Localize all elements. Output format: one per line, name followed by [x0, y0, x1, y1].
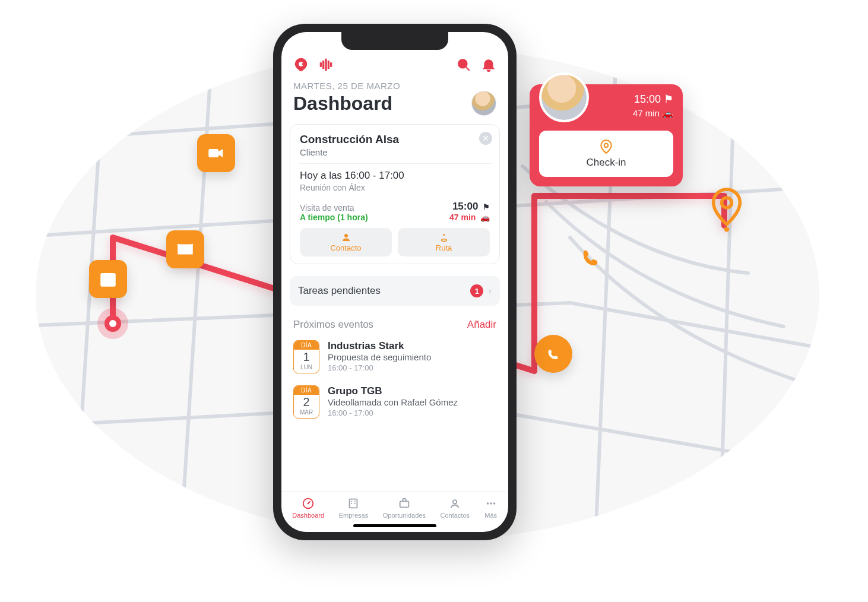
tab-companies[interactable]: Empresas: [339, 497, 369, 519]
chevron-right-icon: ›: [488, 285, 492, 297]
phone-notch: [341, 32, 448, 50]
svg-point-34: [493, 502, 495, 505]
tab-label: Oportunidades: [383, 512, 426, 519]
svg-rect-13: [320, 63, 321, 67]
app-logo-icon[interactable]: [293, 57, 309, 75]
svg-rect-27: [354, 500, 356, 502]
event-name: Industrias Stark: [328, 340, 431, 352]
svg-point-21: [443, 234, 445, 236]
pending-tasks-label: Tareas pendientes: [298, 285, 381, 297]
whatsapp-icon: [534, 335, 572, 373]
svg-point-7: [106, 281, 107, 283]
datebox-day: 2: [294, 395, 319, 409]
datebox-month: MAR: [294, 409, 319, 418]
flag-icon: ⚑: [480, 202, 490, 211]
svg-point-32: [486, 502, 489, 505]
contact-button-label: Contacto: [330, 243, 361, 252]
tab-contacts[interactable]: Contactos: [441, 497, 470, 519]
svg-point-18: [458, 59, 467, 68]
svg-rect-28: [351, 503, 353, 504]
event-item[interactable]: DÍA 1 LUN Industrias Stark Propuesta de …: [281, 334, 508, 379]
checkin-button[interactable]: Check-in: [539, 131, 673, 177]
event-name: Grupo TGB: [328, 385, 458, 397]
svg-rect-15: [325, 59, 327, 71]
event-desc: Videollamada con Rafael Gómez: [328, 397, 458, 407]
event-item[interactable]: DÍA 2 MAR Grupo TGB Videollamada con Raf…: [281, 379, 508, 424]
tab-label: Dashboard: [292, 512, 324, 519]
event-desc: Propuesta de seguimiento: [328, 352, 431, 362]
svg-rect-29: [354, 503, 356, 504]
datebox-top: DÍA: [294, 386, 319, 395]
route-button[interactable]: Ruta: [398, 228, 490, 256]
search-icon[interactable]: [456, 57, 471, 75]
svg-rect-10: [208, 149, 218, 157]
svg-point-4: [108, 279, 110, 281]
svg-point-24: [308, 503, 309, 505]
phone-screen: MARTES, 25 DE MARZO Dashboard ✕ Construc…: [281, 32, 508, 532]
contact-button[interactable]: Contacto: [300, 228, 392, 256]
phone-frame: MARTES, 25 DE MARZO Dashboard ✕ Construc…: [273, 24, 517, 540]
visit-type-label: Visita de venta: [300, 203, 368, 213]
svg-rect-17: [331, 63, 332, 67]
svg-rect-14: [323, 61, 324, 69]
svg-point-20: [344, 234, 348, 237]
card-role: Cliente: [300, 147, 490, 157]
flag-icon: ⚑: [664, 93, 673, 105]
on-time-label: A tiempo (1 hora): [300, 213, 368, 222]
svg-point-11: [722, 198, 732, 208]
datebox-month: LUN: [294, 364, 319, 373]
close-card-icon[interactable]: ✕: [479, 132, 492, 145]
next-visit-card: ✕ Construcción Alsa Cliente Hoy a las 16…: [290, 124, 500, 264]
travel-time: 47 min: [449, 213, 476, 222]
visit-time: 15:00: [452, 201, 478, 212]
calendar-icon: [89, 260, 127, 298]
route-button-label: Ruta: [436, 243, 452, 252]
tab-dashboard[interactable]: Dashboard: [292, 497, 324, 519]
user-avatar[interactable]: [471, 91, 496, 116]
svg-line-19: [466, 67, 469, 70]
checkin-popover: 15:00 ⚑ 47 min 🚗 Check-in: [530, 84, 683, 186]
date-label: MARTES, 25 DE MARZO: [281, 77, 508, 91]
svg-point-2: [103, 279, 105, 281]
event-time-range: 16:00 - 17:00: [328, 408, 458, 417]
svg-point-22: [441, 239, 446, 242]
card-when: Hoy a las 16:00 - 17:00: [300, 170, 490, 182]
tab-opportunities[interactable]: Oportunidades: [383, 497, 426, 519]
tab-label: Empresas: [339, 512, 369, 519]
svg-point-35: [604, 144, 609, 148]
svg-rect-25: [350, 499, 357, 508]
destination-pin-icon: [710, 188, 743, 235]
add-event-button[interactable]: Añadir: [467, 319, 496, 331]
divider: [299, 163, 491, 164]
datebox-top: DÍA: [294, 341, 319, 350]
svg-point-31: [453, 500, 457, 503]
bell-icon[interactable]: [481, 57, 496, 75]
route-origin-dot: [104, 315, 121, 332]
audio-wave-icon[interactable]: [318, 57, 334, 75]
card-meeting: Reunión con Álex: [300, 183, 490, 192]
popover-travel: 47 min: [633, 108, 660, 118]
mail-icon: [166, 230, 204, 268]
car-icon: 🚗: [478, 213, 490, 222]
card-company: Construcción Alsa: [300, 133, 490, 146]
video-icon: [197, 134, 235, 172]
contact-avatar[interactable]: [539, 72, 589, 122]
checkin-label: Check-in: [586, 157, 626, 169]
svg-point-6: [103, 281, 105, 283]
tab-label: Más: [484, 512, 497, 519]
datebox-day: 1: [294, 350, 319, 364]
svg-point-8: [108, 281, 110, 283]
event-time-range: 16:00 - 17:00: [328, 363, 431, 372]
pending-tasks-row[interactable]: Tareas pendientes 1 ›: [290, 276, 500, 306]
tab-more[interactable]: Más: [484, 497, 498, 519]
upcoming-label: Próximos eventos: [293, 319, 373, 331]
svg-point-5: [110, 279, 112, 281]
tab-label: Contactos: [441, 512, 470, 519]
pending-count-badge: 1: [470, 284, 483, 297]
phone-icon: [574, 242, 607, 275]
event-datebox: DÍA 2 MAR: [293, 385, 319, 419]
svg-point-12: [724, 227, 729, 232]
svg-point-9: [110, 281, 112, 283]
svg-rect-26: [351, 500, 353, 502]
home-indicator: [353, 524, 436, 527]
